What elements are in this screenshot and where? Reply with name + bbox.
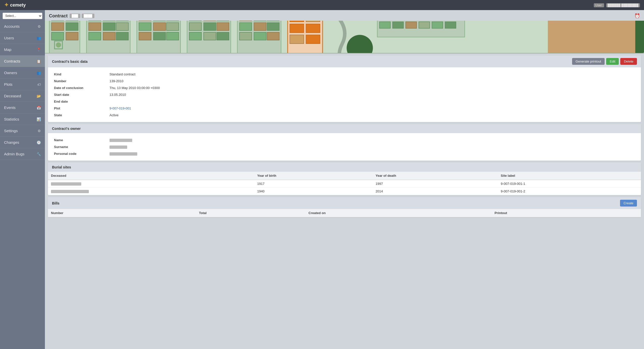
generate-printout-button[interactable]: Generate printout — [572, 58, 605, 65]
svg-rect-51 — [239, 23, 252, 31]
svg-rect-18 — [116, 23, 128, 31]
sidebar-label-deceased: Deceased — [4, 94, 21, 98]
table-row: Number 139-2010 — [52, 78, 637, 84]
svg-rect-32 — [153, 32, 166, 40]
sidebar-item-plots[interactable]: Plots 🏷 — [0, 79, 45, 90]
topbar: ✦ cemety User: ██████ ████████ — [0, 0, 644, 10]
bills-col-number: Number — [48, 209, 196, 217]
sidebar-item-changes[interactable]: Changes 🕐 — [0, 137, 45, 148]
sidebar-label-changes: Changes — [4, 140, 19, 144]
svg-rect-27 — [167, 21, 179, 21]
sidebar-link-plots[interactable]: Plots 🏷 — [0, 79, 45, 90]
svg-point-9 — [56, 42, 61, 48]
user-info: User: ██████ ████████ — [593, 3, 640, 7]
svg-rect-4 — [51, 23, 64, 31]
blurred-personal-code — [110, 152, 137, 156]
sidebar-item-settings[interactable]: Settings ⚙ — [0, 125, 45, 137]
field-value-plot[interactable]: 9-007-019-001 — [108, 105, 637, 112]
sidebar-link-map[interactable]: Map 📍 — [0, 44, 45, 55]
sidebar-link-events[interactable]: Events 📅 — [0, 102, 45, 113]
account-select[interactable]: Select... — [3, 13, 42, 19]
logo-text: cemety — [10, 3, 26, 8]
sidebar-item-users[interactable]: Users 👥 — [0, 32, 45, 44]
sidebar-label-admin-bugs: Admin Bugs — [4, 152, 24, 156]
svg-rect-29 — [153, 23, 166, 31]
sidebar-label-users: Users — [4, 36, 14, 40]
svg-rect-33 — [167, 32, 179, 40]
user-label: User: — [594, 3, 604, 7]
cell-year-birth-2: 1940 — [254, 188, 372, 195]
blurred-deceased-2 — [51, 190, 89, 193]
title-badge-1: ███ — [70, 14, 80, 18]
edit-button[interactable]: Edit — [606, 58, 619, 65]
table-row: Personal code — [52, 150, 637, 157]
svg-rect-37 — [189, 21, 202, 21]
sidebar-item-events[interactable]: Events 📅 — [0, 102, 45, 113]
main-layout: Select... Accounts ⚙ Users 👥 Map 📍 — [0, 10, 644, 349]
field-value-end-date — [108, 98, 637, 105]
sidebar-nav: Accounts ⚙ Users 👥 Map 📍 Contracts — [0, 21, 45, 349]
create-bill-button[interactable]: Create — [620, 200, 637, 207]
svg-rect-62 — [290, 24, 304, 33]
sidebar-link-deceased[interactable]: Deceased 📂 — [0, 90, 45, 102]
burial-sites-body: Deceased Year of birth Year of death Sit… — [48, 172, 641, 195]
cell-year-death-1: 1997 — [372, 180, 498, 188]
sidebar-item-accounts[interactable]: Accounts ⚙ — [0, 21, 45, 32]
logo: ✦ cemety — [4, 2, 26, 8]
svg-rect-15 — [116, 21, 128, 21]
svg-rect-65 — [306, 35, 320, 44]
svg-rect-54 — [239, 32, 252, 40]
field-value-surname — [108, 143, 637, 150]
svg-rect-16 — [89, 23, 101, 31]
svg-rect-42 — [217, 23, 229, 31]
sidebar-link-settings[interactable]: Settings ⚙ — [0, 125, 45, 136]
delete-button[interactable]: Delete — [620, 58, 637, 65]
title-badges: ███ ████ — [70, 14, 94, 18]
sidebar-link-contracts[interactable]: Contracts 📋 — [0, 55, 45, 67]
burial-sites-section: Burial sites Deceased Year of birth Year… — [48, 163, 641, 195]
sidebar-link-owners[interactable]: Owners 👥 — [0, 67, 45, 78]
sidebar-item-admin-bugs[interactable]: Admin Bugs 🔧 — [0, 148, 45, 160]
sidebar-item-contracts[interactable]: Contracts 📋 — [0, 55, 45, 67]
sidebar-link-statistics[interactable]: Statistics 📊 — [0, 113, 45, 125]
field-label-kind: Kind — [52, 71, 108, 78]
svg-rect-21 — [116, 32, 128, 40]
sidebar-link-users[interactable]: Users 👥 — [0, 32, 45, 44]
admin-bugs-icon: 🔧 — [37, 152, 41, 156]
sidebar-link-changes[interactable]: Changes 🕐 — [0, 137, 45, 148]
bills-header: Bills Create — [48, 197, 641, 209]
clock-icon[interactable]: ⏰ — [634, 13, 640, 19]
svg-rect-48 — [239, 21, 252, 21]
sidebar-link-accounts[interactable]: Accounts ⚙ — [0, 21, 45, 32]
contract-owner-body: Name Surname — [48, 133, 641, 161]
field-value-kind: Standard contract — [108, 71, 637, 78]
svg-rect-31 — [139, 32, 151, 40]
field-label-start-date: Start date — [52, 91, 108, 98]
svg-rect-26 — [153, 21, 166, 21]
sidebar-item-statistics[interactable]: Statistics 📊 — [0, 113, 45, 125]
map-strip — [45, 21, 644, 53]
owner-data-table: Name Surname — [52, 137, 637, 157]
svg-rect-53 — [267, 23, 279, 31]
svg-rect-50 — [267, 21, 279, 21]
sidebar-link-admin-bugs[interactable]: Admin Bugs 🔧 — [0, 148, 45, 160]
svg-rect-3 — [66, 21, 78, 21]
sidebar-item-map[interactable]: Map 📍 — [0, 44, 45, 55]
changes-icon: 🕐 — [37, 140, 41, 144]
sidebar-label-events: Events — [4, 105, 16, 110]
table-header-row: Deceased Year of birth Year of death Sit… — [48, 172, 641, 180]
map-visualization — [45, 21, 644, 53]
svg-rect-38 — [204, 21, 216, 21]
sidebar-item-deceased[interactable]: Deceased 📂 — [0, 90, 45, 102]
field-value-personal-code — [108, 150, 637, 157]
svg-rect-76 — [393, 22, 404, 28]
sidebar-item-owners[interactable]: Owners 👥 — [0, 67, 45, 79]
col-deceased: Deceased — [48, 172, 254, 180]
table-row: Start date 13.05.2010 — [52, 91, 637, 98]
svg-rect-49 — [254, 21, 266, 21]
sidebar-label-plots: Plots — [4, 82, 12, 86]
field-value-number: 139-2010 — [108, 78, 637, 84]
svg-rect-81 — [548, 21, 635, 53]
contract-owner-title: Contract's owner — [52, 127, 81, 131]
svg-rect-63 — [306, 24, 320, 33]
